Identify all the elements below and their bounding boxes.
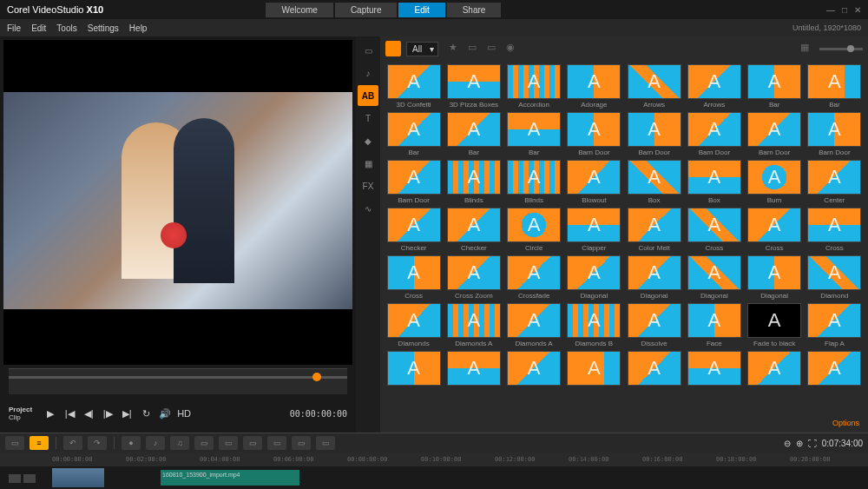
folder-icon[interactable] xyxy=(385,41,401,56)
transition-thumb[interactable]: ADiamonds xyxy=(385,303,442,347)
transition-thumb[interactable]: ABurn xyxy=(746,160,803,204)
tab-welcome[interactable]: Welcome xyxy=(266,3,333,17)
playback-mode[interactable]: Project Clip xyxy=(9,406,32,421)
tl-tool-4[interactable]: ▭ xyxy=(267,436,286,450)
transition-thumb[interactable]: AFade to black xyxy=(746,303,803,347)
loop-button[interactable]: ↻ xyxy=(138,406,154,421)
tl-redo-button[interactable]: ↷ xyxy=(88,436,107,450)
transition-thumb[interactable]: ACircle xyxy=(506,208,562,252)
vtab-media[interactable]: ▭ xyxy=(358,40,378,61)
tab-edit[interactable]: Edit xyxy=(398,3,444,17)
transition-thumb[interactable]: AChecker xyxy=(385,208,442,252)
transition-thumb[interactable]: A3D Confetti xyxy=(385,64,442,109)
transition-thumb[interactable]: ACrossfade xyxy=(506,255,562,300)
hd-toggle[interactable]: HD xyxy=(176,406,192,421)
transition-thumb[interactable]: ABar xyxy=(385,112,442,156)
vtab-path[interactable]: ∿ xyxy=(358,198,378,219)
transition-thumb[interactable]: A xyxy=(506,351,562,387)
transition-thumb[interactable]: ABlinds xyxy=(506,160,562,204)
transition-thumb[interactable]: ABox xyxy=(686,160,742,204)
transition-thumb[interactable]: ADiamonds A xyxy=(445,303,502,347)
transition-thumb[interactable]: ADissolve xyxy=(626,303,682,347)
transition-thumb[interactable]: A3D Pizza Boxes xyxy=(445,64,502,109)
tl-tool-3[interactable]: ▭ xyxy=(243,436,262,450)
preview-viewport[interactable] xyxy=(3,40,352,365)
transition-thumb[interactable]: A xyxy=(746,351,803,387)
transition-thumb[interactable]: ACross xyxy=(385,255,442,300)
fit-icon[interactable]: ⛶ xyxy=(808,439,817,448)
transition-thumb[interactable]: ACross xyxy=(806,208,863,252)
vtab-filter[interactable]: ▦ xyxy=(358,153,378,174)
transition-thumb[interactable]: ABar xyxy=(506,112,562,156)
tl-auto-music-button[interactable]: ♫ xyxy=(170,436,189,450)
preview-scrubber[interactable] xyxy=(9,368,347,394)
menu-edit[interactable]: Edit xyxy=(31,23,46,33)
transition-thumb[interactable]: A xyxy=(385,351,442,387)
vtab-transitions[interactable]: AB xyxy=(358,85,378,106)
tl-tool-1[interactable]: ▭ xyxy=(194,436,214,450)
library-filter-dropdown[interactable]: All xyxy=(406,42,438,56)
transition-thumb[interactable]: A xyxy=(445,351,502,387)
transition-thumb[interactable]: AArrows xyxy=(626,64,682,109)
maximize-icon[interactable]: □ xyxy=(842,5,847,15)
scrub-handle[interactable] xyxy=(312,373,321,381)
video-track[interactable]: 160810_153900_import.mp4 xyxy=(43,466,868,489)
transition-thumb[interactable]: ABarn Door xyxy=(566,112,622,156)
transition-thumb[interactable]: ADiamonds A xyxy=(506,303,562,347)
transition-thumb[interactable]: AAdorage xyxy=(566,64,622,109)
track-header[interactable] xyxy=(0,466,43,489)
preview-timecode[interactable]: 00:00:00:00 xyxy=(290,409,347,419)
tab-capture[interactable]: Capture xyxy=(335,3,398,17)
tl-undo-button[interactable]: ↶ xyxy=(63,436,82,450)
gallery-icon[interactable]: ▦ xyxy=(800,42,814,56)
tl-tool-6[interactable]: ▭ xyxy=(316,436,335,450)
transition-thumb[interactable]: ABox xyxy=(626,160,682,204)
tl-tool-5[interactable]: ▭ xyxy=(292,436,311,450)
transition-thumb[interactable]: ABlinds xyxy=(445,160,502,204)
vtab-sound[interactable]: ♪ xyxy=(358,63,378,83)
timeline-clip-thumb[interactable] xyxy=(52,468,104,487)
transition-thumb[interactable]: ADiagonal xyxy=(686,255,742,300)
lib-icon-3[interactable]: ◉ xyxy=(506,42,520,56)
tab-share[interactable]: Share xyxy=(447,3,502,17)
timeline-clip[interactable]: 160810_153900_import.mp4 xyxy=(161,470,299,486)
vtab-graphic[interactable]: ◆ xyxy=(358,130,378,151)
menu-settings[interactable]: Settings xyxy=(88,23,119,33)
transition-thumb[interactable]: ADiagonal xyxy=(626,255,682,300)
volume-button[interactable]: 🔊 xyxy=(157,406,173,421)
zoom-in-icon[interactable]: ⊕ xyxy=(796,439,803,448)
transition-thumb[interactable]: A xyxy=(566,351,622,387)
timeline-ruler[interactable]: 00:00:00:0000:02:00:0000:04:00:0000:06:0… xyxy=(0,453,868,466)
tl-record-button[interactable]: ● xyxy=(122,436,141,450)
lib-icon-1[interactable]: ▭ xyxy=(468,42,482,56)
vtab-title[interactable]: T xyxy=(358,108,378,129)
timeline-view-button[interactable]: ≡ xyxy=(30,436,49,450)
transition-thumb[interactable]: AColor Melt xyxy=(626,208,682,252)
transition-thumb[interactable]: AFace xyxy=(686,303,742,347)
transition-thumb[interactable]: AClapper xyxy=(566,208,622,252)
transition-thumb[interactable]: AArrows xyxy=(686,64,742,109)
transition-thumb[interactable]: ABar xyxy=(746,64,803,109)
transition-thumb[interactable]: A xyxy=(626,351,682,387)
play-button[interactable]: ▶ xyxy=(43,406,58,421)
transition-thumb[interactable]: A xyxy=(806,351,863,387)
goto-start-button[interactable]: |◀ xyxy=(62,406,77,421)
fav-icon[interactable]: ★ xyxy=(449,42,463,56)
thumb-size-slider[interactable] xyxy=(819,48,863,50)
transition-thumb[interactable]: ABarn Door xyxy=(806,112,863,156)
transition-thumb[interactable]: ACross xyxy=(686,208,742,252)
menu-file[interactable]: File xyxy=(7,23,21,33)
options-link[interactable]: Options xyxy=(380,419,868,433)
transition-thumb[interactable]: ABarn Door xyxy=(686,112,742,156)
vtab-fx[interactable]: FX xyxy=(358,175,378,196)
transition-thumb[interactable]: ACross xyxy=(746,208,803,252)
tl-tool-2[interactable]: ▭ xyxy=(219,436,238,450)
transition-thumb[interactable]: ABarn Door xyxy=(385,160,442,204)
menu-tools[interactable]: Tools xyxy=(56,23,76,33)
transition-thumb[interactable]: ACenter xyxy=(806,160,863,204)
transition-thumb[interactable]: A xyxy=(686,351,742,387)
menu-help[interactable]: Help xyxy=(129,23,148,33)
transition-thumb[interactable]: AFlap A xyxy=(806,303,863,347)
goto-end-button[interactable]: ▶| xyxy=(119,406,135,421)
tl-mixer-button[interactable]: ♪ xyxy=(146,436,165,450)
